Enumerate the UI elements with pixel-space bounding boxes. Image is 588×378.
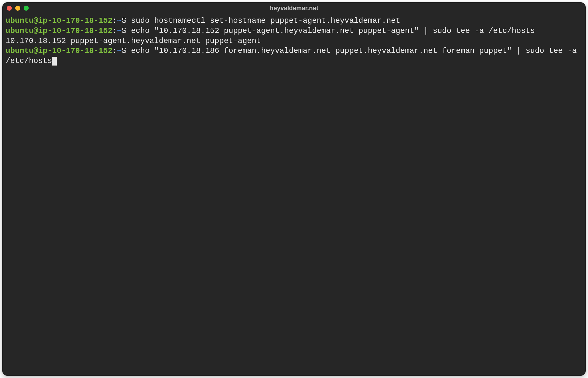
prompt-user-host: ubuntu@ip-10-170-18-152 <box>6 46 113 55</box>
prompt-path: ~ <box>117 26 122 35</box>
prompt-user-host: ubuntu@ip-10-170-18-152 <box>6 26 113 35</box>
window-title: heyvaldemar.net <box>2 4 586 12</box>
cursor-icon <box>52 57 57 66</box>
traffic-lights <box>7 6 29 11</box>
prompt-separator: : <box>113 46 117 55</box>
prompt-path: ~ <box>117 46 122 55</box>
prompt-symbol: $ <box>122 46 127 55</box>
prompt-separator: : <box>113 16 117 25</box>
prompt-path: ~ <box>117 16 122 25</box>
terminal-window: heyvaldemar.net ubuntu@ip-10-170-18-152:… <box>2 2 586 376</box>
prompt-user-host: ubuntu@ip-10-170-18-152 <box>6 16 113 25</box>
title-bar: heyvaldemar.net <box>2 2 586 14</box>
output-1: 10.170.18.152 puppet-agent.heyvaldemar.n… <box>6 37 261 45</box>
prompt-separator: : <box>113 26 117 35</box>
command-1: sudo hostnamectl set-hostname puppet-age… <box>131 16 400 25</box>
minimize-icon[interactable] <box>15 6 20 11</box>
close-icon[interactable] <box>7 6 12 11</box>
prompt-symbol: $ <box>122 16 127 25</box>
prompt-symbol: $ <box>122 26 127 35</box>
command-2: echo "10.170.18.152 puppet-agent.heyvald… <box>131 26 535 35</box>
terminal-body[interactable]: ubuntu@ip-10-170-18-152:~$ sudo hostname… <box>2 14 586 376</box>
maximize-icon[interactable] <box>24 6 29 11</box>
